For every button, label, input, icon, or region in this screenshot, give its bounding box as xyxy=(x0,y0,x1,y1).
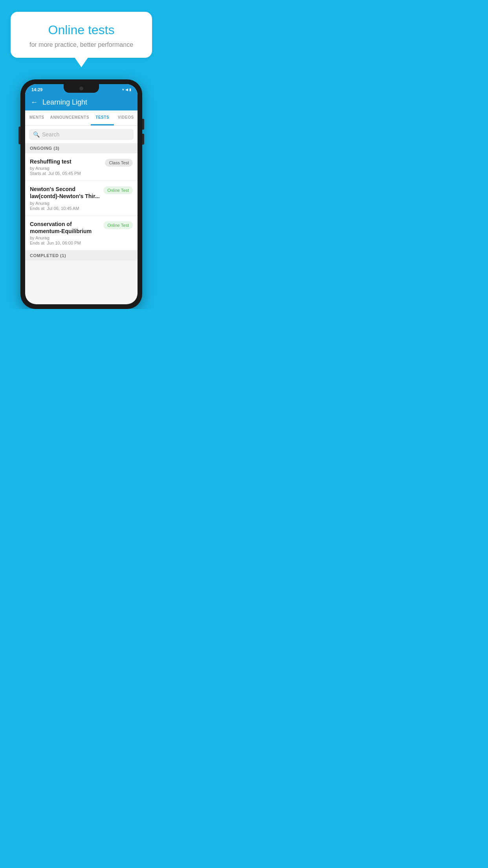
test-info-3: Conservation of momentum-Equilibrium by … xyxy=(30,221,100,245)
power-button[interactable] xyxy=(18,127,20,144)
app-header: ← Learning Light xyxy=(25,94,138,110)
test-info-2: Newton's Second law(contd)-Newton's Thir… xyxy=(30,186,100,210)
hero-section: Online tests for more practice, better p… xyxy=(0,0,163,58)
search-icon: 🔍 xyxy=(33,131,40,138)
test-by-1: by Anurag xyxy=(30,166,102,171)
test-list: Reshuffling test by Anurag Starts at Jul… xyxy=(25,153,138,250)
status-time: 14:29 xyxy=(31,87,42,92)
test-name-2: Newton's Second law(contd)-Newton's Thir… xyxy=(30,186,100,200)
ongoing-section-header: ONGOING (3) xyxy=(25,143,138,153)
test-date-2: Ends at Jul 06, 10:45 AM xyxy=(30,206,100,211)
test-by-2: by Anurag xyxy=(30,201,100,206)
search-input-wrapper[interactable]: 🔍 Search xyxy=(29,129,134,140)
test-badge-2: Online Test xyxy=(103,186,133,194)
test-item-1[interactable]: Reshuffling test by Anurag Starts at Jul… xyxy=(25,153,138,181)
tab-ments[interactable]: MENTS xyxy=(25,110,49,125)
test-item-3[interactable]: Conservation of momentum-Equilibrium by … xyxy=(25,216,138,250)
battery-icon: ▮ xyxy=(129,88,131,92)
test-badge-1: Class Test xyxy=(105,159,133,167)
back-button[interactable]: ← xyxy=(31,98,38,107)
completed-section-header: COMPLETED (1) xyxy=(25,250,138,261)
phone-screen: 14:29 ▾ ◀ ▮ ← Learning Light MENTS ANNOU… xyxy=(25,84,138,304)
speech-bubble: Online tests for more practice, better p… xyxy=(11,12,152,58)
bubble-title: Online tests xyxy=(22,23,140,37)
tabs-container: MENTS ANNOUNCEMENTS TESTS VIDEOS xyxy=(25,110,138,126)
tab-videos[interactable]: VIDEOS xyxy=(114,110,138,125)
test-by-3: by Anurag xyxy=(30,235,100,240)
app-title: Learning Light xyxy=(42,98,87,107)
volume-up-button[interactable] xyxy=(142,119,144,130)
test-name-3: Conservation of momentum-Equilibrium xyxy=(30,221,100,235)
phone-camera xyxy=(79,86,83,90)
volume-down-button[interactable] xyxy=(142,134,144,145)
test-date-1: Starts at Jul 05, 05:45 PM xyxy=(30,171,102,176)
search-placeholder: Search xyxy=(42,131,59,138)
phone-outer: 14:29 ▾ ◀ ▮ ← Learning Light MENTS ANNOU… xyxy=(20,79,142,309)
test-badge-3: Online Test xyxy=(103,221,133,229)
wifi-icon: ▾ xyxy=(122,88,124,92)
test-info-1: Reshuffling test by Anurag Starts at Jul… xyxy=(30,158,102,176)
phone-notch xyxy=(64,84,99,93)
status-icons: ▾ ◀ ▮ xyxy=(122,88,131,92)
signal-icon: ◀ xyxy=(125,88,128,92)
test-item-2[interactable]: Newton's Second law(contd)-Newton's Thir… xyxy=(25,181,138,215)
bubble-subtitle: for more practice, better performance xyxy=(22,41,140,48)
search-bar: 🔍 Search xyxy=(25,126,138,143)
test-date-3: Ends at Jun 10, 06:00 PM xyxy=(30,241,100,245)
test-name-1: Reshuffling test xyxy=(30,158,102,165)
tab-tests[interactable]: TESTS xyxy=(91,110,114,125)
tab-announcements[interactable]: ANNOUNCEMENTS xyxy=(49,110,91,125)
phone-mockup: 14:29 ▾ ◀ ▮ ← Learning Light MENTS ANNOU… xyxy=(20,79,142,309)
